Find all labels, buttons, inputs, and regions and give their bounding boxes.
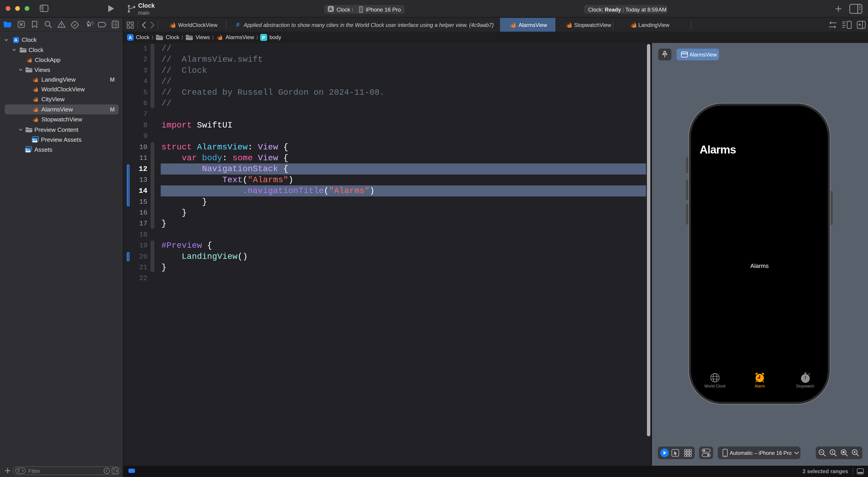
svg-text:1: 1	[832, 450, 833, 454]
